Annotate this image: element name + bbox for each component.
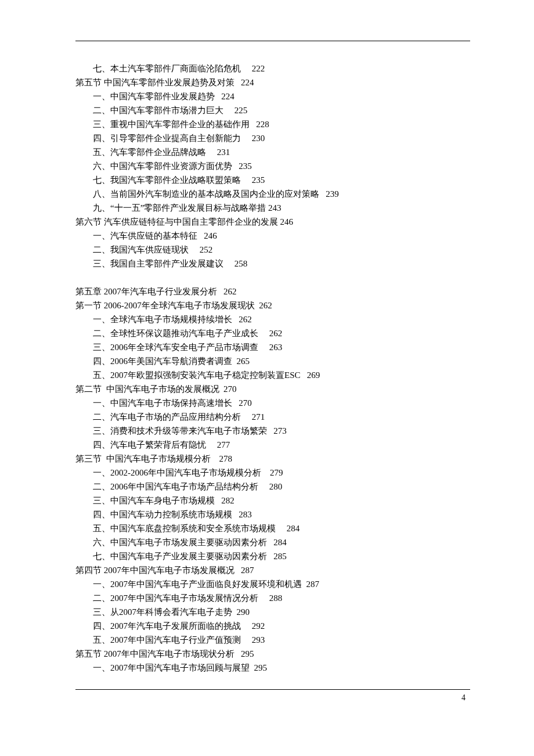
- toc-entry: 二、中国汽车零部件市场潜力巨大 225: [75, 103, 470, 117]
- toc-entry: 第五节 中国汽车零部件业发展趋势及对策 224: [75, 75, 470, 89]
- toc-entry: 二、2006年中国汽车电子市场产品结构分析 280: [75, 480, 470, 494]
- toc-entry: 二、全球性环保议题推动汽车电子产业成长 262: [75, 326, 470, 340]
- header-rule: [75, 41, 470, 41]
- toc-entry: 三、中国汽车车身电子市场规模 282: [75, 494, 470, 507]
- toc-entry: 一、中国汽车零部件业发展趋势 224: [75, 89, 470, 103]
- toc-entry: 第二节 中国汽车电子市场的发展概况 270: [75, 382, 470, 396]
- toc-entry: 一、中国汽车电子市场保持高速增长 270: [75, 396, 470, 410]
- toc-entry: 五、汽车零部件企业品牌战略 231: [75, 145, 470, 159]
- toc-entry: 一、2007年中国汽车电子市场回顾与展望 295: [75, 661, 470, 675]
- page-number: 4: [75, 693, 470, 703]
- toc-entry: 三、2006年全球汽车安全电子产品市场调查 263: [75, 340, 470, 354]
- toc-entry: 七、我国汽车零部件企业战略联盟策略 235: [75, 173, 470, 187]
- toc-entry: 三、消费和技术升级等带来汽车电子市场繁荣 273: [75, 424, 470, 438]
- toc-entry: 七、中国汽车电子产业发展主要驱动因素分析 285: [75, 549, 470, 563]
- toc-entry: 四、引导零部件企业提高自主创新能力 230: [75, 131, 470, 145]
- toc-entry: 第三节 中国汽车电子市场规模分析 278: [75, 452, 470, 466]
- toc-entry: 第一节 2006-2007年全球汽车电子市场发展现状 262: [75, 298, 470, 312]
- toc-entry: 八、当前国外汽车制造业的基本战略及国内企业的应对策略 239: [75, 187, 470, 201]
- toc-entry: 四、2007年汽车电子发展所面临的挑战 292: [75, 619, 470, 633]
- toc-entry: 四、2006年美国汽车导航消费者调查 265: [75, 354, 470, 368]
- document-page: 七、本土汽车零部件厂商面临沦陷危机 222第五节 中国汽车零部件业发展趋势及对策…: [0, 0, 534, 737]
- toc-entry: 五、中国汽车底盘控制系统和安全系统市场规模 284: [75, 521, 470, 535]
- toc-entry: 三、我国自主零部件产业发展建议 258: [75, 257, 470, 271]
- toc-content: 七、本土汽车零部件厂商面临沦陷危机 222第五节 中国汽车零部件业发展趋势及对策…: [75, 62, 470, 675]
- toc-entry: 四、中国汽车动力控制系统市场规模 283: [75, 507, 470, 521]
- toc-entry: 第五章 2007年汽车电子行业发展分析 262: [75, 285, 470, 298]
- toc-entry: 九、“十一五”零部件产业发展目标与战略举措 243: [75, 201, 470, 215]
- toc-entry: 二、汽车电子市场的产品应用结构分析 271: [75, 410, 470, 424]
- toc-entry: 二、2007年中国汽车电子市场发展情况分析 288: [75, 591, 470, 605]
- toc-entry: 六、中国汽车零部件业资源方面优势 235: [75, 159, 470, 173]
- toc-entry: 第六节 汽车供应链特征与中国自主零部件企业的发展 246: [75, 215, 470, 229]
- toc-entry: 一、汽车供应链的基本特征 246: [75, 229, 470, 243]
- footer-rule: [75, 689, 470, 690]
- blank-line: [75, 271, 470, 285]
- toc-entry: 二、我国汽车供应链现状 252: [75, 243, 470, 257]
- toc-entry: 一、全球汽车电子市场规模持续增长 262: [75, 312, 470, 326]
- toc-entry: 三、重视中国汽车零部件企业的基础作用 228: [75, 117, 470, 131]
- toc-entry: 五、2007年欧盟拟强制安装汽车电子稳定控制装置ESC 269: [75, 368, 470, 382]
- toc-entry: 六、中国汽车电子市场发展主要驱动因素分析 284: [75, 535, 470, 549]
- toc-entry: 一、2007年中国汽车电子产业面临良好发展环境和机遇 287: [75, 577, 470, 591]
- toc-entry: 七、本土汽车零部件厂商面临沦陷危机 222: [75, 62, 470, 75]
- toc-entry: 五、2007年中国汽车电子行业产值预测 293: [75, 633, 470, 647]
- toc-entry: 第五节 2007年中国汽车电子市场现状分析 295: [75, 647, 470, 661]
- toc-entry: 一、2002-2006年中国汽车电子市场规模分析 279: [75, 466, 470, 480]
- toc-entry: 第四节 2007年中国汽车电子市场发展概况 287: [75, 563, 470, 577]
- toc-entry: 三、从2007年科博会看汽车电子走势 290: [75, 605, 470, 619]
- toc-entry: 四、汽车电子繁荣背后有隐忧 277: [75, 438, 470, 452]
